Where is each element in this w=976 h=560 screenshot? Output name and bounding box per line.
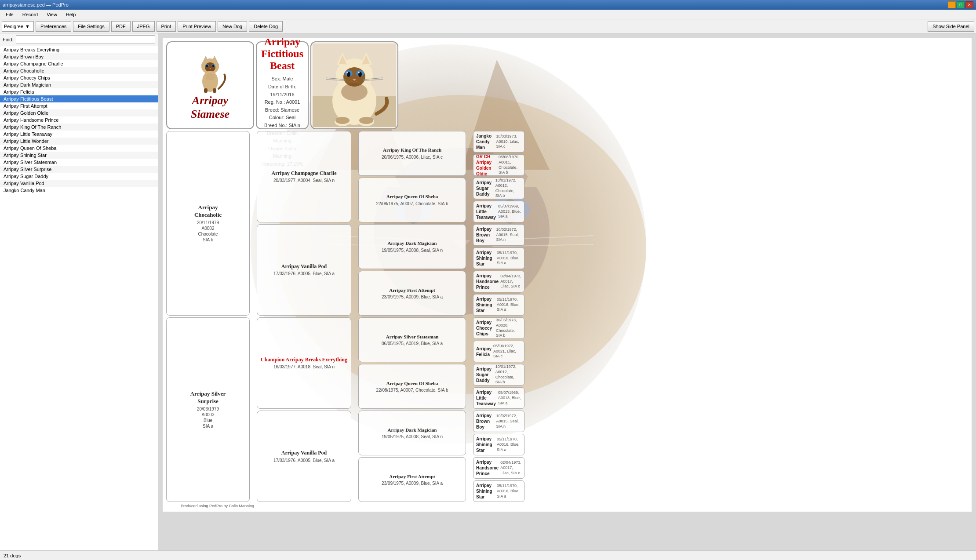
print-button[interactable]: Print	[157, 21, 176, 32]
dog-list: Arripay Breaks EverythingArripay Brown B…	[0, 46, 158, 550]
main-area: Find: Arripay Breaks EverythingArripay B…	[0, 33, 976, 550]
preferences-button[interactable]: Preferences	[36, 21, 71, 32]
gen4-cell-0: Jangko Candy Man 18/03/1973, A0010, Lila…	[473, 131, 524, 153]
close-button[interactable]: ✕	[965, 1, 973, 8]
gen3-cell-2: Arripay Dark Magician 19/05/1975, A0008,…	[358, 224, 466, 269]
dog-list-item[interactable]: Arripay Breaks Everything	[0, 46, 158, 53]
pdf-button[interactable]: PDF	[111, 21, 131, 32]
pedigree-dropdown[interactable]: Pedigree ▼	[2, 21, 34, 32]
menu-help[interactable]: Help	[62, 11, 80, 18]
print-preview-button[interactable]: Print Preview	[178, 21, 216, 32]
gen1-cell-1: Arripay SilverSurprise 20/03/1979A0003Bl…	[166, 317, 250, 502]
svg-point-43	[341, 83, 368, 101]
svg-point-46	[335, 117, 350, 124]
gen4-cell-13: Arripay Shining Star 05/11/1970, A0016, …	[473, 434, 524, 455]
dog-list-item[interactable]: Arripay Silver Surprise	[0, 166, 158, 173]
dog-list-item[interactable]: Arripay Champagne Charlie	[0, 60, 158, 67]
dog-list-item[interactable]: Arripay King Of The Ranch	[0, 124, 158, 131]
col-gen3: Arripay King Of The Ranch 20/06/1975, A0…	[358, 131, 466, 502]
gen4-cell-2: Arripay Sugar Daddy 10/01/1972, A0012, C…	[473, 178, 524, 199]
dog-list-item[interactable]: Arripay Little Wonder	[0, 138, 158, 145]
pedigree-info-box: Pedigree Of CH Arripay Fictitious Beast …	[256, 41, 309, 129]
logo-text: ArripaySiamese	[191, 94, 229, 121]
pedigree-wrapper: ArripaySiamese Pedigree Of CH Arripay Fi…	[166, 41, 254, 508]
pedigree-content: ArripaySiamese Pedigree Of CH Arripay Fi…	[163, 38, 972, 512]
menubar: File Record View Help	[0, 10, 976, 19]
pedigree-title-main: CH Arripay Fictitious Beast	[261, 38, 303, 72]
gen4-cell-12: Arripay Brown Boy 10/02/1972, A0015, Sea…	[473, 411, 524, 432]
pedigree-photo-box	[310, 41, 398, 129]
svg-point-23	[206, 73, 215, 80]
gen4-cell-7: Arripay Shining Star 05/11/1970, A0016, …	[473, 294, 524, 316]
find-bar: Find:	[0, 33, 158, 46]
dog-list-item[interactable]: Arripay Dark Magician	[0, 81, 158, 88]
gen2-cell-1: Arripay Vanilla Pod 17/03/1976, A0005, B…	[257, 224, 351, 316]
dog-list-item[interactable]: Arripay Handsome Prince	[0, 116, 158, 124]
gen3-cell-0: Arripay King Of The Ranch 20/06/1975, A0…	[358, 131, 466, 176]
titlebar: arripaysiamese.ped — PedPro – □ ✕	[0, 0, 976, 10]
gen1-cell-0: ArripayChocaholic 20/11/1979A0002Chocola…	[166, 131, 250, 316]
dog-list-item[interactable]: Arripay Golden Oldie	[0, 109, 158, 116]
dog-list-item[interactable]: Arripay Choccy Chips	[0, 74, 158, 81]
delete-dog-button[interactable]: Delete Dog	[249, 21, 283, 32]
col-gen2: Arripay Champagne Charlie 20/03/1977, A0…	[257, 131, 351, 502]
dog-list-item[interactable]: Arripay Shining Star	[0, 152, 158, 159]
gen4-cell-8: Arripay Choccy Chips 30/05/1973, A0020, …	[473, 317, 524, 339]
gen3-cell-3: Arripay First Attempt 23/09/1975, A0009,…	[358, 271, 466, 316]
gen4-cell-4: Arripay Brown Boy 10/02/1972, A0015, Sea…	[473, 224, 524, 246]
gen3-cell-5: Arripay Queen Of Sheba 22/08/1975, A0007…	[358, 364, 466, 409]
gen4-cell-1: GR CH Arripay Golden Oldie 05/08/1970, A…	[473, 154, 524, 176]
find-input[interactable]	[16, 35, 155, 44]
svg-marker-7	[523, 117, 594, 187]
status-count: 21 dogs	[4, 553, 21, 558]
svg-point-47	[359, 117, 373, 124]
pedigree-area[interactable]: ArripaySiamese Pedigree Of CH Arripay Fi…	[158, 33, 976, 550]
dropdown-arrow-icon: ▼	[25, 24, 30, 29]
dog-list-item[interactable]: Arripay Little Tearaway	[0, 131, 158, 138]
svg-point-38	[358, 72, 360, 73]
dog-list-item[interactable]: Arripay Silver Statesman	[0, 159, 158, 166]
svg-rect-22	[213, 88, 216, 93]
menu-view[interactable]: View	[43, 11, 61, 18]
sidebar: Find: Arripay Breaks EverythingArripay B…	[0, 33, 158, 550]
show-panel-button[interactable]: Show Side Panel	[928, 21, 974, 32]
col-gen4: Jangko Candy Man 18/03/1973, A0010, Lila…	[473, 131, 524, 502]
jpeg-button[interactable]: JPEG	[132, 21, 155, 32]
gen2-cell-0: Arripay Champagne Charlie 20/03/1977, A0…	[257, 131, 351, 222]
gen4-cell-14: Arripay Handsome Prince 02/04/1973, A001…	[473, 457, 524, 479]
file-settings-button[interactable]: File Settings	[73, 21, 109, 32]
dog-list-item[interactable]: Arripay Queen Of Sheba	[0, 145, 158, 152]
gen4-cell-3: Arripay Little Tearaway 05/07/1969, A001…	[473, 201, 524, 222]
titlebar-controls: – □ ✕	[948, 1, 973, 8]
dog-list-item[interactable]: Arripay Fictitious Beast	[0, 95, 158, 102]
gen4-cell-10: Arripay Sugar Daddy 10/01/1972, A0012, C…	[473, 364, 524, 385]
dog-list-item[interactable]: Jangko Candy Man	[0, 187, 158, 194]
dog-list-item[interactable]: Arripay Brown Boy	[0, 53, 158, 60]
dog-list-item[interactable]: Arripay Sugar Daddy	[0, 173, 158, 180]
dog-list-item[interactable]: Arripay Felicia	[0, 88, 158, 95]
dog-list-item[interactable]: Arripay Chocaholic	[0, 67, 158, 74]
toolbar: Pedigree ▼ Preferences File Settings PDF…	[0, 19, 976, 33]
cat-photo-icon	[313, 44, 396, 127]
maximize-button[interactable]: □	[957, 1, 965, 8]
pedigree-logo-box: ArripaySiamese	[166, 41, 254, 129]
menu-record[interactable]: Record	[18, 11, 42, 18]
svg-rect-21	[204, 88, 208, 93]
svg-point-15	[205, 62, 215, 72]
svg-point-37	[346, 72, 348, 73]
pedigree-footer: Produced using PedPro by Colin Manning	[166, 502, 254, 508]
dog-list-item[interactable]: Arripay Vanilla Pod	[0, 180, 158, 187]
gen4-cell-5: Arripay Shining Star 05/11/1970, A0016, …	[473, 247, 524, 269]
find-label: Find:	[3, 37, 13, 42]
cat-illustration-icon	[193, 50, 228, 94]
pedigree-dropdown-label: Pedigree	[4, 24, 23, 29]
minimize-button[interactable]: –	[948, 1, 956, 8]
gen3-cell-7: Arripay First Attempt 23/09/1975, A0009,…	[358, 457, 466, 502]
menu-file[interactable]: File	[2, 11, 18, 18]
new-dog-button[interactable]: New Dog	[218, 21, 247, 32]
gen3-cell-6: Arripay Dark Magician 19/05/1975, A0008,…	[358, 411, 466, 455]
gen3-cell-4: Arripay Silver Statesman 06/05/1975, A00…	[358, 317, 466, 362]
titlebar-title: arripaysiamese.ped — PedPro	[3, 2, 69, 7]
gen4-cell-6: Arripay Handsome Prince 02/04/1973, A001…	[473, 271, 524, 292]
dog-list-item[interactable]: Arripay First Attempt	[0, 102, 158, 109]
